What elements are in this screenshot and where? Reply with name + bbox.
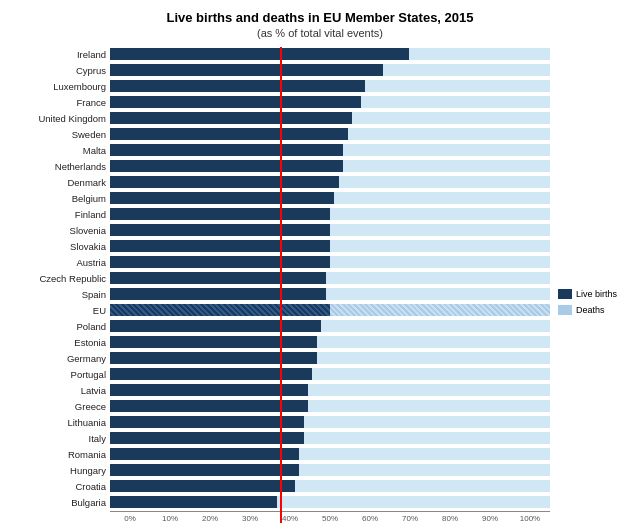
bar-background [110, 64, 550, 76]
bar-live [110, 80, 365, 92]
country-label: Malta [10, 145, 110, 156]
bar-background [110, 208, 550, 220]
x-tick-label: 0% [110, 512, 150, 523]
bar-live [110, 176, 339, 188]
country-label: Croatia [10, 481, 110, 492]
bar-live [110, 432, 304, 444]
x-tick-label: 40% [270, 512, 310, 523]
bar-background [110, 240, 550, 252]
x-tick-label: 10% [150, 512, 190, 523]
bar-background [110, 384, 550, 396]
bar-live [110, 128, 348, 140]
bar-background [110, 336, 550, 348]
country-label: Netherlands [10, 161, 110, 172]
x-tick-label: 100% [510, 512, 550, 523]
legend-deaths: Deaths [558, 305, 630, 315]
bar-live [110, 368, 312, 380]
bar-background [110, 192, 550, 204]
bar-live [110, 480, 295, 492]
fifty-percent-line [280, 47, 282, 523]
country-label: Spain [10, 289, 110, 300]
bar-live [110, 352, 317, 364]
bar-background [110, 480, 550, 492]
x-tick-label: 80% [430, 512, 470, 523]
bar-background [110, 304, 550, 316]
bar-background [110, 144, 550, 156]
country-label: Luxembourg [10, 81, 110, 92]
bar-live [110, 112, 352, 124]
x-tick-label: 60% [350, 512, 390, 523]
bar-live [110, 400, 308, 412]
bar-live [110, 448, 299, 460]
bar-live [110, 208, 330, 220]
bar-background [110, 48, 550, 60]
country-label: Portugal [10, 369, 110, 380]
country-label: Finland [10, 209, 110, 220]
country-label: Romania [10, 449, 110, 460]
legend-deaths-box [558, 305, 572, 315]
country-label: EU [10, 305, 110, 316]
bar-live [110, 272, 326, 284]
bar-live [110, 496, 277, 508]
bar-background [110, 96, 550, 108]
country-label: France [10, 97, 110, 108]
country-label: Germany [10, 353, 110, 364]
chart-area: IrelandCyprusLuxembourgFranceUnited King… [10, 47, 630, 523]
country-label: Austria [10, 257, 110, 268]
country-label: Lithuania [10, 417, 110, 428]
bar-background [110, 448, 550, 460]
bar-live [110, 160, 343, 172]
bar-live [110, 48, 409, 60]
bar-live [110, 192, 334, 204]
country-label: Latvia [10, 385, 110, 396]
bar-live [110, 224, 330, 236]
legend-live-box [558, 289, 572, 299]
country-label: Slovakia [10, 241, 110, 252]
x-tick-label: 50% [310, 512, 350, 523]
legend-live: Live births [558, 289, 630, 299]
country-label: Belgium [10, 193, 110, 204]
country-label: Ireland [10, 49, 110, 60]
country-label: Poland [10, 321, 110, 332]
country-label: Estonia [10, 337, 110, 348]
bar-live [110, 240, 330, 252]
bar-background [110, 432, 550, 444]
legend-live-label: Live births [576, 289, 617, 299]
bar-background [110, 224, 550, 236]
bar-background [110, 128, 550, 140]
country-label: Cyprus [10, 65, 110, 76]
country-label: Czech Republic [10, 273, 110, 284]
legend: Live births Deaths [550, 47, 630, 523]
chart-subtitle: (as % of total vital events) [10, 27, 630, 39]
bar-live [110, 464, 299, 476]
x-tick-label: 70% [390, 512, 430, 523]
country-label: Slovenia [10, 225, 110, 236]
bar-background [110, 416, 550, 428]
bar-background [110, 320, 550, 332]
country-label: Greece [10, 401, 110, 412]
country-label: Italy [10, 433, 110, 444]
bars-section: IrelandCyprusLuxembourgFranceUnited King… [10, 47, 550, 523]
x-tick-label: 30% [230, 512, 270, 523]
x-axis: 0%10%20%30%40%50%60%70%80%90%100% [110, 511, 550, 523]
bar-live [110, 416, 304, 428]
chart-container: Live births and deaths in EU Member Stat… [0, 0, 640, 529]
x-tick-label: 90% [470, 512, 510, 523]
legend-deaths-label: Deaths [576, 305, 605, 315]
bar-live [110, 336, 317, 348]
bar-background [110, 464, 550, 476]
bar-background [110, 112, 550, 124]
x-tick-label: 20% [190, 512, 230, 523]
bar-background [110, 288, 550, 300]
bar-background [110, 272, 550, 284]
bar-live [110, 320, 321, 332]
bar-live [110, 64, 383, 76]
bar-background [110, 352, 550, 364]
bar-live [110, 256, 330, 268]
bar-background [110, 368, 550, 380]
bar-live [110, 288, 326, 300]
bar-background [110, 496, 550, 508]
bar-background [110, 160, 550, 172]
bar-live [110, 144, 343, 156]
bar-background [110, 400, 550, 412]
